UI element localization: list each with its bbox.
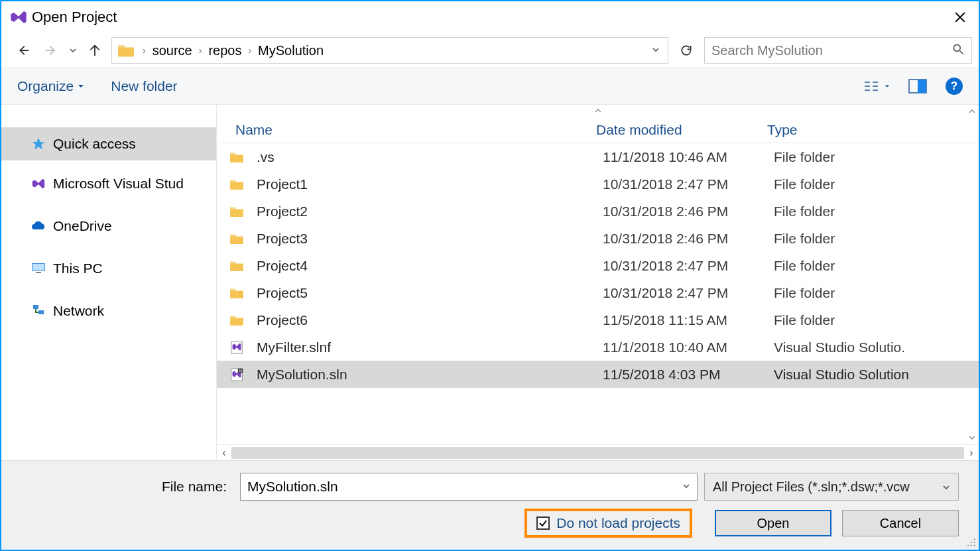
file-row[interactable]: Project110/31/2018 2:47 PMFile folder <box>217 170 979 198</box>
sidebar: Quick accessMicrosoft Visual StudOneDriv… <box>1 105 216 460</box>
folder-icon <box>217 151 257 163</box>
file-name: MyFilter.slnf <box>257 339 595 355</box>
sidebar-item-network[interactable]: Network <box>1 294 216 328</box>
file-type-filter[interactable]: All Project Files (*.sln;*.dsw;*.vcw <box>704 473 959 501</box>
file-row[interactable]: Project611/5/2018 11:15 AMFile folder <box>217 306 979 334</box>
chevron-right-icon[interactable]: › <box>244 45 255 56</box>
sidebar-item-this-pc[interactable]: This PC <box>1 252 216 285</box>
scroll-up-button[interactable] <box>965 105 979 118</box>
scroll-left-button[interactable]: ‹ <box>217 447 231 459</box>
search-input[interactable] <box>711 43 951 58</box>
sidebar-item-microsoft-visual-stud[interactable]: Microsoft Visual Stud <box>1 167 216 200</box>
column-name[interactable]: Name <box>217 122 588 138</box>
chevron-down-icon[interactable] <box>942 479 950 495</box>
svg-point-23 <box>974 545 975 546</box>
svg-rect-12 <box>33 305 38 309</box>
star-icon <box>31 136 46 152</box>
file-type: File folder <box>766 258 979 274</box>
filename-combobox[interactable] <box>240 473 698 501</box>
scrollbar-track[interactable] <box>231 447 964 459</box>
organize-button[interactable]: Organize <box>17 78 84 94</box>
column-header-scroll-up[interactable] <box>217 105 979 117</box>
view-options-button[interactable] <box>863 80 890 93</box>
breadcrumb-seg-1[interactable]: repos <box>206 43 244 58</box>
file-name: Project2 <box>257 204 595 219</box>
file-date: 11/5/2018 11:15 AM <box>595 312 766 328</box>
breadcrumb-dropdown[interactable] <box>649 44 662 56</box>
sidebar-item-quick-access[interactable]: Quick access <box>1 127 216 160</box>
file-type: Visual Studio Solution <box>766 367 979 383</box>
network-icon <box>31 303 46 319</box>
chevron-right-icon[interactable]: › <box>139 45 150 56</box>
svg-rect-10 <box>32 264 44 271</box>
breadcrumb-seg-2[interactable]: MySolution <box>255 43 326 58</box>
file-date: 11/5/2018 4:03 PM <box>595 367 766 383</box>
open-button-label: Open <box>757 516 790 531</box>
filename-input[interactable] <box>247 479 682 495</box>
folder-icon <box>217 178 257 190</box>
svg-rect-8 <box>918 80 926 93</box>
do-not-load-projects-label: Do not load projects <box>556 515 680 531</box>
close-button[interactable] <box>947 4 973 31</box>
svg-rect-13 <box>38 310 44 314</box>
cancel-button[interactable]: Cancel <box>842 510 959 536</box>
file-row[interactable]: Project310/31/2018 2:46 PMFile folder <box>217 225 979 252</box>
file-row[interactable]: .vs11/1/2018 10:46 AMFile folder <box>217 143 979 170</box>
folder-icon <box>117 43 135 58</box>
file-type: File folder <box>766 285 979 301</box>
toolbar: Organize New folder ? <box>1 68 979 105</box>
chevron-down-icon[interactable] <box>682 481 690 493</box>
nav-history-dropdown[interactable] <box>68 39 78 62</box>
file-type: File folder <box>766 149 979 165</box>
refresh-button[interactable] <box>674 37 699 64</box>
file-type: File folder <box>766 231 979 247</box>
file-row[interactable]: Project210/31/2018 2:46 PMFile folder <box>217 198 979 225</box>
file-row[interactable]: Project510/31/2018 2:47 PMFile folder <box>217 279 979 306</box>
search-box[interactable] <box>704 37 972 64</box>
nav-up-button[interactable] <box>84 39 106 62</box>
file-row[interactable]: Project410/31/2018 2:47 PMFile folder <box>217 252 979 279</box>
sidebar-item-label: Network <box>53 303 104 319</box>
file-row[interactable]: 16MySolution.sln11/5/2018 4:03 PMVisual … <box>217 361 979 388</box>
file-name: Project3 <box>257 231 595 247</box>
solution-file-icon <box>217 340 257 355</box>
open-button[interactable]: Open <box>715 510 831 536</box>
nav-forward-button[interactable] <box>40 39 62 62</box>
caret-down-icon <box>78 83 84 90</box>
column-type[interactable]: Type <box>759 122 979 138</box>
chevron-right-icon[interactable]: › <box>195 45 206 56</box>
do-not-load-projects-checkbox[interactable] <box>536 517 550 530</box>
scroll-down-button[interactable] <box>965 431 979 444</box>
resize-grip-icon[interactable] <box>967 538 976 547</box>
scroll-right-button[interactable]: › <box>964 447 979 459</box>
file-date: 10/31/2018 2:47 PM <box>595 258 766 274</box>
file-row[interactable]: MyFilter.slnf11/1/2018 10:40 AMVisual St… <box>217 334 979 361</box>
search-icon[interactable] <box>951 42 965 58</box>
sidebar-item-onedrive[interactable]: OneDrive <box>1 210 216 243</box>
file-name: MySolution.sln <box>257 367 595 383</box>
horizontal-scrollbar[interactable]: ‹ › <box>217 444 979 460</box>
titlebar: Open Project <box>1 1 979 33</box>
svg-point-20 <box>974 542 975 543</box>
help-button[interactable]: ? <box>946 78 963 95</box>
breadcrumb-seg-0[interactable]: source <box>150 43 195 58</box>
folder-icon <box>217 206 257 217</box>
caret-down-icon <box>885 84 890 89</box>
window-title: Open Project <box>32 9 117 26</box>
cloud-icon <box>31 218 46 234</box>
column-date[interactable]: Date modified <box>588 122 759 138</box>
file-date: 10/31/2018 2:46 PM <box>595 231 766 247</box>
column-headers[interactable]: Name Date modified Type <box>217 117 979 143</box>
breadcrumb-bar[interactable]: › source › repos › MySolution <box>111 37 668 64</box>
sidebar-item-label: Microsoft Visual Stud <box>53 176 184 192</box>
file-date: 11/1/2018 10:46 AM <box>595 149 766 165</box>
file-name: Project4 <box>257 258 595 274</box>
svg-point-21 <box>967 545 969 546</box>
file-pane: Name Date modified Type .vs11/1/2018 10:… <box>216 105 979 460</box>
file-date: 10/31/2018 2:47 PM <box>595 285 766 301</box>
preview-pane-button[interactable] <box>908 79 927 93</box>
new-folder-button[interactable]: New folder <box>111 78 177 94</box>
file-type: File folder <box>766 176 979 192</box>
nav-back-button[interactable] <box>12 39 34 62</box>
folder-icon <box>217 287 257 299</box>
